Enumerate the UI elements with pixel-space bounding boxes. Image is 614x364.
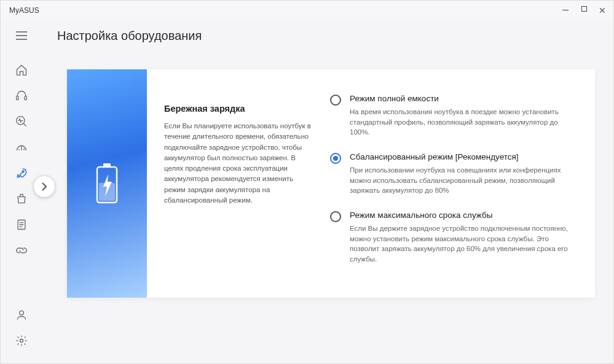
battery-health-card: Бережная зарядка Если Вы планируете испо… <box>67 69 595 298</box>
headset-icon[interactable] <box>15 89 28 103</box>
option-desc: На время использования ноутбука в поездк… <box>350 107 577 137</box>
option-max-lifespan[interactable]: Режим максимального срока службы Если Вы… <box>330 211 577 265</box>
option-full-capacity[interactable]: Режим полной емкости На время использова… <box>330 94 577 137</box>
svg-rect-0 <box>17 96 18 100</box>
gauge-icon[interactable] <box>15 141 28 154</box>
section-heading: Бережная зарядка <box>164 104 312 114</box>
window-controls: ✕ <box>562 6 606 15</box>
close-button[interactable]: ✕ <box>599 6 606 15</box>
option-title: Режим максимального срока службы <box>350 211 577 220</box>
radio-icon[interactable] <box>330 211 341 222</box>
hamburger-icon[interactable] <box>10 31 33 40</box>
minimize-button[interactable] <box>562 6 569 15</box>
options-list: Режим полной емкости На время использова… <box>325 69 595 298</box>
link-icon[interactable] <box>15 244 28 257</box>
option-title: Режим полной емкости <box>350 94 577 103</box>
home-icon[interactable] <box>15 63 28 77</box>
app-title: MyASUS <box>9 6 39 15</box>
document-icon[interactable] <box>15 218 28 231</box>
section-description: Бережная зарядка Если Вы планируете испо… <box>147 69 325 298</box>
page-title: Настройка оборудования <box>57 29 202 43</box>
settings-icon[interactable] <box>15 334 28 347</box>
radio-icon[interactable] <box>330 95 341 106</box>
option-desc: Если Вы держите зарядное устройство подк… <box>350 223 577 265</box>
profile-icon[interactable] <box>15 308 28 322</box>
rocket-icon[interactable] <box>15 166 28 180</box>
battery-bolt-icon <box>93 162 120 205</box>
svg-rect-1 <box>25 96 26 100</box>
sidebar <box>1 51 42 363</box>
option-desc: При использовании ноутбука на совещаниях… <box>350 165 577 196</box>
titlebar: MyASUS ✕ <box>1 1 613 20</box>
radio-icon[interactable] <box>330 153 341 164</box>
svg-point-6 <box>20 339 23 343</box>
maximize-button[interactable] <box>580 6 588 15</box>
header: Настройка оборудования <box>1 20 613 51</box>
content-area: Бережная зарядка Если Вы планируете испо… <box>42 51 613 363</box>
card-illustration <box>67 69 147 298</box>
bag-icon[interactable] <box>15 192 28 206</box>
expand-sidebar-handle[interactable] <box>34 176 55 197</box>
pulse-search-icon[interactable] <box>15 115 28 128</box>
section-text: Если Вы планируете использовать ноутбук … <box>164 121 312 206</box>
option-title: Сбалансированный режим [Рекомендуется] <box>350 152 577 161</box>
option-balanced[interactable]: Сбалансированный режим [Рекомендуется] П… <box>330 152 577 196</box>
svg-point-5 <box>20 311 24 315</box>
